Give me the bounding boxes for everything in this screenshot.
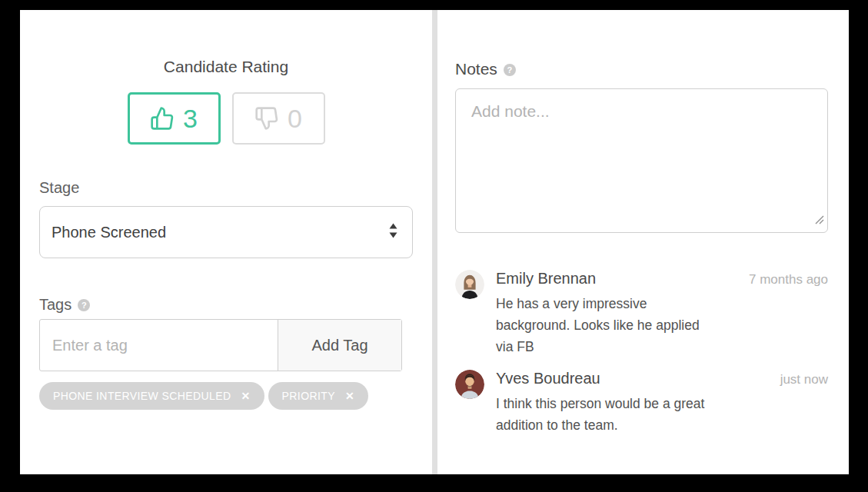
tag-pill: PRIORITY ✕ <box>268 382 368 410</box>
comment-header: Emily Brennan 7 months ago <box>496 268 828 290</box>
comment-author: Emily Brennan <box>496 268 596 288</box>
comments-list: Emily Brennan 7 months ago He has a very… <box>455 268 828 436</box>
thumbs-up-button[interactable]: 3 <box>128 92 221 145</box>
comment: Emily Brennan 7 months ago He has a very… <box>455 268 828 357</box>
comment-content: Yves Boudreau just now I think this pers… <box>496 368 828 436</box>
comment-timestamp: 7 months ago <box>749 270 828 290</box>
tag-input[interactable] <box>40 320 278 371</box>
comment-timestamp: just now <box>780 370 828 390</box>
emily-brennan-avatar <box>455 270 484 299</box>
tag-pills: PHONE INTERVIEW SCHEDULED ✕ PRIORITY ✕ <box>39 382 413 410</box>
tag-pill-label: PHONE INTERVIEW SCHEDULED <box>53 390 231 402</box>
notes-panel: Notes? <box>437 10 849 474</box>
tag-remove-icon[interactable]: ✕ <box>241 391 250 401</box>
tag-pill-label: PRIORITY <box>282 390 335 402</box>
add-tag-button[interactable]: Add Tag <box>278 320 401 371</box>
select-arrows-icon <box>388 222 398 242</box>
tags-label-row: Tags? <box>39 294 413 314</box>
note-box <box>455 88 828 233</box>
notes-label-row: Notes? <box>455 59 828 79</box>
notes-label: Notes <box>455 60 497 78</box>
comment-header: Yves Boudreau just now <box>496 368 828 390</box>
candidate-card: Candidate Rating 3 0 Stage <box>20 10 849 474</box>
tag-remove-icon[interactable]: ✕ <box>345 391 354 401</box>
resize-handle-icon[interactable] <box>814 214 824 228</box>
rating-buttons: 3 0 <box>39 92 413 145</box>
thumbs-up-count: 3 <box>183 105 198 131</box>
candidate-rating-panel: Candidate Rating 3 0 Stage <box>20 10 432 474</box>
comment-body: I think this person would be a great add… <box>496 393 713 436</box>
stage-label: Stage <box>39 178 413 198</box>
notes-help-icon[interactable]: ? <box>504 64 516 76</box>
thumbs-down-button[interactable]: 0 <box>232 92 325 145</box>
thumbs-down-count: 0 <box>288 105 302 131</box>
tag-pill: PHONE INTERVIEW SCHEDULED ✕ <box>39 382 264 410</box>
yves-boudreau-avatar <box>455 370 484 399</box>
note-textarea[interactable] <box>455 88 828 233</box>
candidate-rating-title: Candidate Rating <box>39 57 413 77</box>
tags-help-icon[interactable]: ? <box>78 299 90 311</box>
stage-select[interactable]: Phone Screened <box>39 206 413 258</box>
thumbs-down-icon <box>254 106 279 131</box>
panel-divider <box>432 10 437 474</box>
tags-label: Tags <box>39 296 72 313</box>
tag-entry-row: Add Tag <box>39 319 402 371</box>
comment-author: Yves Boudreau <box>496 368 600 388</box>
comment-body: He has a very impressive background. Loo… <box>496 293 713 357</box>
comment-content: Emily Brennan 7 months ago He has a very… <box>496 268 828 357</box>
comment: Yves Boudreau just now I think this pers… <box>455 368 828 436</box>
thumbs-up-icon <box>150 106 175 131</box>
stage-selected-value: Phone Screened <box>52 224 166 241</box>
